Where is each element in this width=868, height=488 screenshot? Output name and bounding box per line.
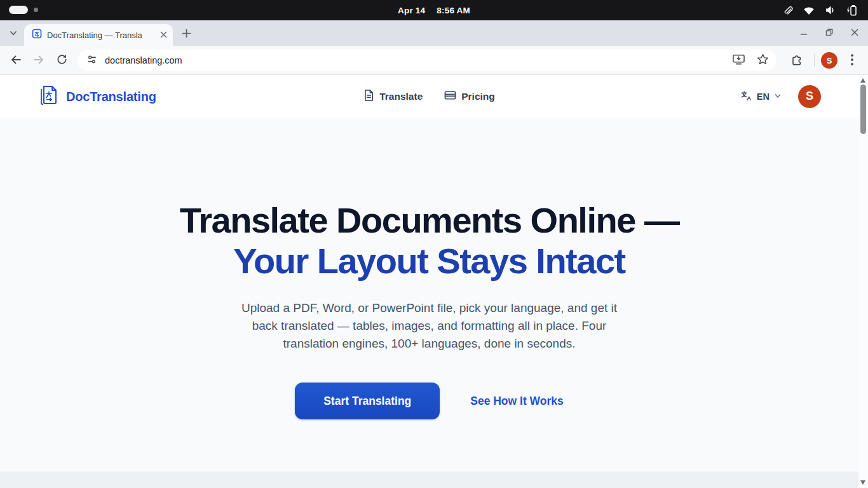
extensions-button[interactable] [786,50,808,71]
chevron-down-icon [9,29,18,39]
nav-label: Translate [379,91,423,102]
scroll-up-icon[interactable] [860,78,865,83]
volume-icon [825,5,836,15]
omnibox-actions [732,53,769,67]
site-header: DocTranslating Translate Pricing A [0,75,858,118]
tab-title-wrap: DocTranslating — Transla [47,29,158,41]
system-clock[interactable]: Apr 14 8:56 AM [0,0,868,20]
time-label: 8:56 AM [437,6,470,15]
tune-icon site-info-button[interactable] [86,54,97,67]
language-selector[interactable]: A EN [740,90,782,104]
system-top-bar: Apr 14 8:56 AM [0,0,868,20]
new-tab-button[interactable] [178,26,194,43]
close-icon [160,30,167,40]
bookmark-star-button[interactable] [757,53,769,67]
paperclip-icon [782,5,793,16]
wifi-icon [803,6,815,15]
hero-title-line1: Translate Documents Online — [0,200,858,241]
forward-icon [32,53,45,68]
hero-subtitle-line: translation engines, 100+ languages, don… [0,335,858,353]
system-tray[interactable] [782,0,857,20]
reload-button[interactable] [51,50,72,71]
page-viewport: DocTranslating Translate Pricing A [0,75,858,488]
forward-button[interactable] [28,50,50,71]
date-label: Apr 14 [398,6,425,15]
toolbar-right: S [786,46,868,75]
tab-close-button[interactable] [158,29,169,41]
svg-text:A: A [747,95,751,102]
profile-button[interactable]: S [821,52,837,69]
see-how-it-works-link[interactable]: See How It Works [470,395,564,408]
hero-subtitle: Upload a PDF, Word, or PowerPoint file, … [0,299,858,353]
credit-card-icon [444,90,456,103]
translate-icon: A [740,90,752,104]
back-button[interactable] [5,50,27,71]
browser-tab-strip: DocTranslating — Transla [0,20,868,46]
next-section-edge [0,471,858,488]
cta-row: Start Translating See How It Works [0,383,858,419]
browser-toolbar: doctranslating.com S [0,46,868,75]
site-nav: Translate Pricing [0,75,858,118]
active-tab[interactable]: DocTranslating — Transla [24,24,173,46]
kebab-icon [851,54,853,67]
address-bar[interactable]: doctranslating.com [78,50,776,71]
nav-item-pricing[interactable]: Pricing [444,90,495,103]
toolbar-divider [814,54,815,67]
extensions-icon [790,53,803,68]
battery-icon [846,4,857,16]
browser-menu-button[interactable] [841,50,863,71]
tab-favicon doc-translate-icon [32,29,42,41]
hero-title-line2: Your Layout Stays Intact [0,241,858,281]
tab-search-button[interactable] [5,25,22,42]
hero-subtitle-line: back translated — tables, images, and fo… [0,317,858,335]
profile-avatar: S [821,52,837,69]
chevron-down-icon [774,92,782,102]
scroll-down-icon[interactable] [860,480,865,485]
minimize-icon [799,28,808,39]
nav-item-translate[interactable]: Translate [363,89,423,104]
window-restore-button[interactable] [820,24,839,43]
file-text-icon [363,89,374,104]
star-icon [757,53,769,67]
url-text[interactable]: doctranslating.com [105,55,732,65]
close-icon [850,28,859,39]
install-icon [732,53,745,67]
hero-subtitle-line: Upload a PDF, Word, or PowerPoint file, … [0,299,858,317]
nav-label: Pricing [461,91,495,102]
user-avatar[interactable]: S [798,85,821,108]
language-code: EN [757,92,770,102]
window-controls [794,24,864,43]
window-close-button[interactable] [845,24,864,43]
scrollbar-thumb[interactable] [860,85,866,134]
reload-icon [56,53,68,67]
hero-title: Translate Documents Online — Your Layout… [0,200,858,281]
hero-section: Translate Documents Online — Your Layout… [0,118,858,419]
install-app-button[interactable] [732,53,745,67]
window-minimize-button[interactable] [794,24,813,43]
page-scrollbar[interactable] [858,75,868,488]
header-right: A EN S [740,75,821,118]
start-translating-button[interactable]: Start Translating [295,383,440,419]
restore-icon [825,28,834,39]
tab-title-fade [140,29,158,41]
plus-icon [182,29,191,40]
tab-title: DocTranslating — Transla [47,30,142,40]
back-icon [10,53,22,68]
